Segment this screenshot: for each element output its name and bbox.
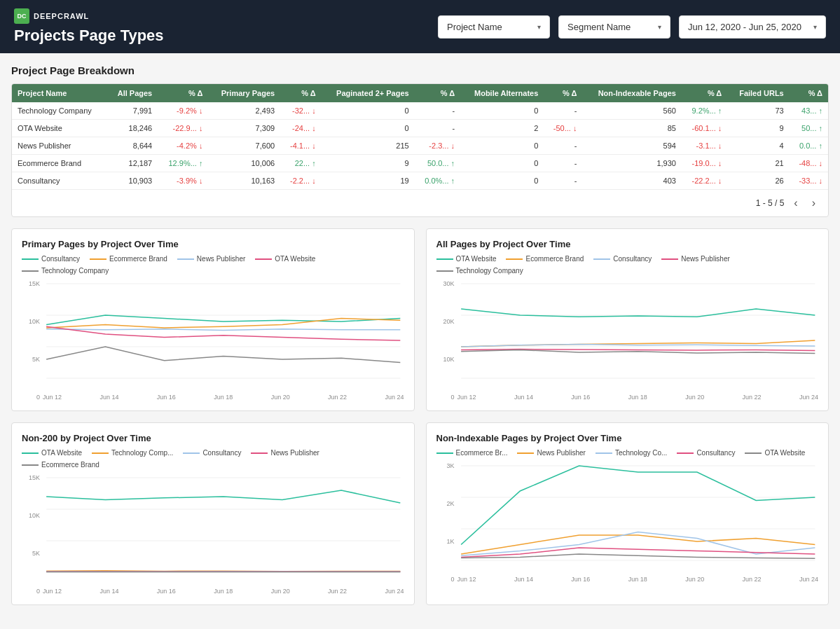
legend-item: News Publisher [177,255,245,263]
header: DC DEEPCRAWL Projects Page Types Project… [0,0,840,53]
all-pages-y-axis: 30K 20K 10K 0 [436,280,457,401]
primary-pages-chart-card: Primary Pages by Project Over Time Consu… [11,228,415,411]
logo: DC DEEPCRAWL [14,8,164,24]
cell-project-name: Consultancy [12,172,106,190]
col-all-pages: All Pages [106,84,158,102]
legend-item: News Publisher [251,449,319,457]
chevron-down-icon: ▾ [537,23,541,31]
chevron-down-icon: ▾ [658,23,661,31]
cell-project-name: News Publisher [12,137,106,155]
legend-item: OTA Website [745,449,805,457]
non-indexable-legend: Ecommerce Br...News PublisherTechnology … [436,449,819,457]
legend-item: Consultancy [677,449,735,457]
non200-chart-title: Non-200 by Project Over Time [22,433,404,443]
col-mob-alt: Mobile Alternates [460,84,544,102]
col-failed-pct: % Δ [790,84,828,102]
table-row: OTA Website 18,246 -22.9... ↓ 7,309 -24.… [12,120,828,137]
table-row: Technology Company 7,991 -9.2% ↓ 2,493 -… [12,102,828,120]
non200-x-axis: Jun 12Jun 14Jun 16Jun 18Jun 20Jun 22Jun … [43,588,404,595]
chevron-down-icon: ▾ [813,23,817,31]
table-row: Ecommerce Brand 12,187 12.9%... ↑ 10,006… [12,155,828,172]
logo-text: DEEPCRAWL [34,12,89,20]
header-controls: Project Name ▾ Segment Name ▾ Jun 12, 20… [438,15,826,39]
legend-item: Technology Company [22,267,109,275]
all-pages-x-axis: Jun 12Jun 14Jun 16Jun 18Jun 20Jun 22Jun … [457,394,819,401]
table-row: Consultancy 10,903 -3.9% ↓ 10,163 -2.2..… [12,172,828,190]
prev-page-button[interactable]: ‹ [790,195,801,211]
col-pag-pct: % Δ [415,84,460,102]
primary-pages-chart-title: Primary Pages by Project Over Time [22,239,404,249]
legend-item: Ecommerce Br... [436,449,508,457]
cell-project-name: Ecommerce Brand [12,155,106,172]
non-indexable-chart-card: Non-Indexable Pages by Project Over Time… [426,422,829,605]
cell-project-name: Technology Company [12,102,106,120]
non-indexable-y-axis: 3K 2K 1K 0 [436,462,457,583]
all-pages-chart-card: All Pages by Project Over Time OTA Websi… [426,228,829,411]
legend-item: Technology Company [436,267,523,275]
table-header-row: Project Name All Pages % Δ Primary Pages… [12,84,828,102]
non-indexable-x-axis: Jun 12Jun 14Jun 16Jun 18Jun 20Jun 22Jun … [457,576,819,583]
table-row: News Publisher 8,644 -4.2% ↓ 7,600 -4.1.… [12,137,828,155]
non200-chart-card: Non-200 by Project Over Time OTA Website… [11,422,415,605]
legend-item: OTA Website [436,255,497,263]
next-page-button[interactable]: › [808,195,820,211]
col-project-name: Project Name [12,84,106,102]
legend-item: Consultancy [22,255,80,263]
col-primary-pct: % Δ [280,84,322,102]
col-nonidx-pct: % Δ [682,84,727,102]
date-range-dropdown[interactable]: Jun 12, 2020 - Jun 25, 2020 ▾ [679,15,826,39]
header-left: DC DEEPCRAWL Projects Page Types [14,8,164,45]
logo-icon: DC [14,8,29,24]
legend-item: News Publisher [517,449,585,457]
col-nonidx: Non-Indexable Pages [582,84,681,102]
pagination: 1 - 5 / 5 ‹ › [12,189,828,216]
col-primary-pages: Primary Pages [208,84,280,102]
main-content: Project Page Breakdown Project Name All … [0,53,840,628]
table-section-title: Project Page Breakdown [11,64,829,76]
charts-row-2: Non-200 by Project Over Time OTA Website… [11,422,829,605]
legend-item: Ecommerce Brand [90,255,167,263]
legend-item: OTA Website [22,449,82,457]
legend-item: News Publisher [661,255,729,263]
non-indexable-chart-title: Non-Indexable Pages by Project Over Time [436,433,819,443]
legend-item: Technology Co... [595,449,668,457]
col-pag-pages: Paginated 2+ Pages [322,84,415,102]
all-pages-chart-title: All Pages by Project Over Time [436,239,819,249]
col-mob-pct: % Δ [544,84,582,102]
col-failed: Failed URLs [727,84,789,102]
non200-chart: Jun 12Jun 14Jun 16Jun 18Jun 20Jun 22Jun … [43,474,404,595]
charts-row-1: Primary Pages by Project Over Time Consu… [11,228,829,411]
legend-item: Technology Comp... [92,449,173,457]
project-page-breakdown-table: Project Name All Pages % Δ Primary Pages… [12,84,828,189]
col-all-pct: % Δ [158,84,208,102]
table-body: Technology Company 7,991 -9.2% ↓ 2,493 -… [12,102,828,189]
primary-x-axis: Jun 12Jun 14Jun 16Jun 18Jun 20Jun 22Jun … [43,394,404,401]
project-name-dropdown[interactable]: Project Name ▾ [438,15,550,39]
legend-item: Ecommerce Brand [506,255,584,263]
non200-y-axis: 15K 10K 5K 0 [22,474,43,595]
all-pages-chart: Jun 12Jun 14Jun 16Jun 18Jun 20Jun 22Jun … [457,280,819,401]
non-indexable-chart: Jun 12Jun 14Jun 16Jun 18Jun 20Jun 22Jun … [457,462,819,583]
legend-item: Ecommerce Brand [22,461,99,469]
all-pages-legend: OTA WebsiteEcommerce BrandConsultancyNew… [436,255,819,275]
non200-legend: OTA WebsiteTechnology Comp...Consultancy… [22,449,404,469]
primary-pages-chart: Jun 12Jun 14Jun 16Jun 18Jun 20Jun 22Jun … [43,280,404,401]
legend-item: Consultancy [183,449,241,457]
pagination-label: 1 - 5 / 5 [756,198,785,208]
segment-name-dropdown[interactable]: Segment Name ▾ [558,15,670,39]
legend-item: Consultancy [593,255,652,263]
legend-item: OTA Website [255,255,315,263]
cell-project-name: OTA Website [12,120,106,137]
page-title: Projects Page Types [14,27,164,45]
primary-pages-legend: ConsultancyEcommerce BrandNews Publisher… [22,255,404,275]
table-container: Project Name All Pages % Δ Primary Pages… [11,83,829,217]
